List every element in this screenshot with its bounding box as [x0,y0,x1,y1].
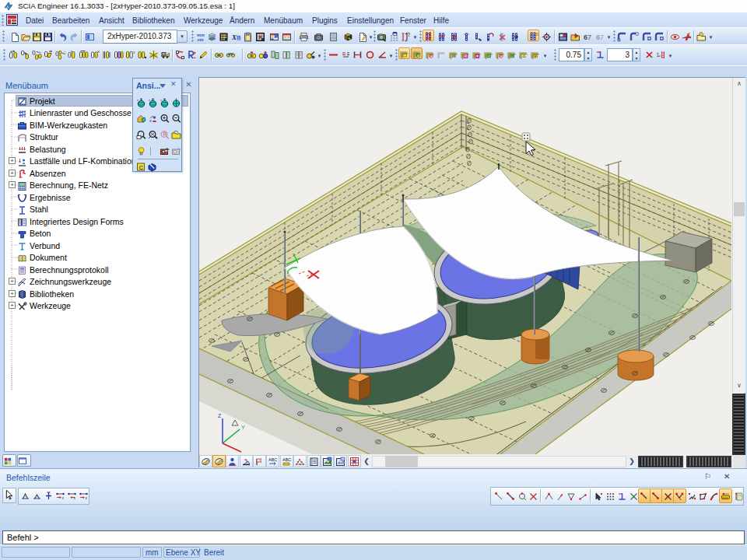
svg-text:R: R [163,131,167,137]
svg-text:0: 0 [536,32,538,37]
svg-text:1: 1 [657,52,660,58]
svg-text:z: z [160,98,162,102]
svg-text:cm: cm [198,37,204,42]
svg-text:ABC: ABC [268,457,277,462]
svg-text:3: 3 [237,36,240,40]
svg-text:7: 7 [587,33,591,41]
svg-text:C: C [139,164,144,171]
svg-text:7: 7 [600,33,604,41]
svg-text:+2: +2 [62,51,66,55]
svg-text:Z: Z [218,413,222,418]
svg-text:x: x [86,495,88,500]
svg-text:z: z [137,98,139,102]
svg-text:x: x [74,495,76,500]
svg-text:?: ? [408,32,411,37]
svg-text:Y: Y [241,425,245,430]
svg-text:ABC: ABC [282,457,291,462]
svg-text:x: x [62,495,65,500]
svg-text:X: X [243,453,247,454]
svg-text:z: z [149,98,150,102]
svg-text:X: X [231,33,237,41]
